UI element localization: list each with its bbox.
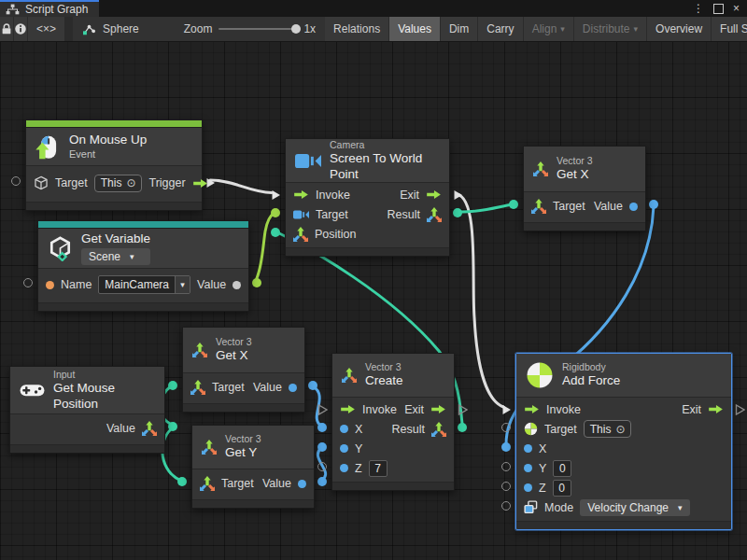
port-gray[interactable] (233, 281, 241, 289)
node-rows: TargetValue (183, 373, 304, 399)
node-add-force[interactable]: RigidbodyAdd ForceInvokeExitTargetThis⊙X… (515, 353, 732, 530)
external-port-dot-connected[interactable] (252, 278, 261, 287)
dropdown-scope[interactable]: Scene▾ (81, 248, 150, 265)
external-port-tri-unconnected[interactable] (458, 402, 468, 419)
port-orange[interactable] (46, 281, 54, 289)
zoom-slider[interactable] (218, 28, 297, 30)
external-port-dot-connected[interactable] (509, 200, 518, 209)
toolbar-button-label: Relations (333, 22, 380, 35)
lock-button[interactable] (0, 17, 13, 41)
port-blue[interactable] (340, 444, 348, 453)
external-port-dot-unconnected[interactable] (317, 462, 327, 471)
external-port-dot-unconnected[interactable] (501, 423, 511, 432)
external-port-dot-connected[interactable] (453, 208, 462, 217)
external-port-dot-connected[interactable] (458, 423, 467, 432)
node-header[interactable]: CameraScreen To World Point (286, 139, 449, 183)
toolbar-button-dim[interactable]: Dim (441, 17, 477, 41)
tab-script-graph[interactable]: Script Graph (0, 0, 99, 17)
camera-sm-icon (293, 209, 309, 220)
code-preview-button[interactable]: <×> (28, 17, 64, 41)
external-port-dot-unconnected[interactable] (501, 482, 511, 491)
node-get-variable[interactable]: Get VariableScene▾NameMainCamera▾Value (37, 220, 249, 312)
toolbar-button-relations[interactable]: Relations (325, 17, 388, 41)
external-port-tri-unconnected[interactable] (735, 402, 745, 419)
external-port-tri-connected[interactable] (453, 188, 463, 204)
external-port-tri-connected[interactable] (271, 188, 281, 204)
node-header[interactable]: InputGet Mouse Position (10, 367, 164, 414)
dropdown-velocity-change[interactable]: Velocity Change▾ (580, 499, 689, 516)
node-create[interactable]: Vector 3CreateInvokeExitXResultYZ7 (331, 353, 455, 491)
node-title: Get Y (225, 445, 261, 461)
node-header[interactable]: Vector 3Create (332, 354, 454, 398)
port-blue[interactable] (524, 444, 532, 453)
toolbar-button-overview[interactable]: Overview (647, 17, 711, 41)
port-blue[interactable] (340, 464, 348, 472)
wire-exit-to-invoke[interactable] (457, 194, 503, 407)
external-port-dot-connected[interactable] (317, 477, 327, 486)
node-header[interactable]: RigidbodyAdd Force (516, 354, 731, 398)
external-port-dot-connected[interactable] (177, 477, 187, 486)
node-header[interactable]: Vector 3Get X (183, 328, 304, 373)
object-field[interactable]: This⊙ (94, 175, 143, 192)
external-port-dot-unconnected[interactable] (501, 462, 511, 471)
value-input[interactable]: 0 (553, 460, 571, 477)
node-header[interactable]: Vector 3Get Y (192, 426, 314, 469)
external-port-tri-unconnected[interactable] (317, 402, 328, 419)
node-get-x-mid[interactable]: Vector 3Get XTargetValue (182, 327, 305, 413)
object-field[interactable]: This⊙ (584, 420, 632, 438)
chevron-down-icon[interactable]: ▾ (175, 276, 190, 293)
node-header[interactable]: Vector 3Get X (524, 147, 645, 192)
target-picker-icon[interactable]: ⊙ (126, 176, 135, 189)
external-port-dot-unconnected[interactable] (501, 501, 511, 511)
external-port-dot-connected[interactable] (308, 381, 317, 390)
external-port-dot-unconnected[interactable] (11, 176, 21, 186)
value-input[interactable]: 0 (553, 480, 571, 497)
external-port-dot-connected[interactable] (271, 208, 280, 217)
node-title: Add Force (562, 373, 620, 389)
port-blue[interactable] (524, 464, 532, 472)
external-port-dot-connected[interactable] (501, 442, 511, 452)
node-get-x-top[interactable]: Vector 3Get XTargetValue (523, 146, 646, 231)
toolbar-button-distribute[interactable]: Distribute▾ (574, 17, 646, 41)
node-header[interactable]: On Mouse UpEvent (26, 128, 202, 166)
external-port-dot-connected[interactable] (271, 228, 280, 237)
toolbar-button-values[interactable]: Values (389, 17, 440, 41)
external-port-dot-connected[interactable] (317, 442, 327, 452)
external-port-dot-connected[interactable] (168, 381, 177, 390)
port-blue[interactable] (524, 483, 532, 492)
external-port-dot-connected[interactable] (317, 423, 327, 432)
toolbar-button-label: Overview (655, 22, 702, 35)
zoom-label: Zoom (184, 22, 213, 35)
node-row: X (516, 439, 731, 458)
toolbar-button-full-screen[interactable]: Full Screen (712, 17, 747, 41)
node-get-y[interactable]: Vector 3Get YTargetValue (191, 425, 315, 509)
info-button[interactable] (14, 17, 27, 41)
unity-visual-scripting-window: { "window": { "tab_title": "Script Graph… (0, 0, 747, 560)
external-port-dot-connected[interactable] (649, 200, 658, 209)
maximize-icon[interactable] (713, 4, 724, 14)
zoom-slider-handle[interactable] (291, 24, 301, 34)
value-input[interactable]: 7 (369, 460, 388, 477)
external-port-dot-connected[interactable] (168, 422, 177, 431)
wire-variable-to-target[interactable] (257, 213, 275, 278)
v3-icon (293, 227, 308, 242)
external-port-tri-connected[interactable] (501, 402, 512, 419)
dropdown-maincamera[interactable]: MainCamera▾ (98, 275, 190, 294)
target-picker-icon[interactable]: ⊙ (615, 423, 625, 436)
node-header[interactable]: Get VariableScene▾ (38, 229, 248, 269)
port-blue[interactable] (340, 425, 348, 433)
port-blue[interactable] (629, 203, 638, 211)
graph-canvas[interactable]: On Mouse UpEventTargetThis⊙TriggerGet Va… (0, 41, 747, 560)
window-menu-icon[interactable]: ⋮ (693, 2, 704, 15)
wire-trigger-to-invoke[interactable] (210, 180, 272, 193)
external-port-dot-unconnected[interactable] (23, 278, 33, 287)
port-blue[interactable] (289, 384, 297, 392)
node-screen-to-world-point[interactable]: CameraScreen To World PointInvokeExitTar… (285, 138, 450, 257)
toolbar-button-align[interactable]: Align▾ (524, 17, 573, 41)
field-value: This (590, 423, 612, 436)
node-get-mouse-position[interactable]: InputGet Mouse PositionValue (9, 366, 165, 454)
port-blue[interactable] (298, 480, 306, 488)
node-on-mouse-up[interactable]: On Mouse UpEventTargetThis⊙Trigger (25, 119, 203, 211)
close-icon[interactable]: × (733, 2, 740, 15)
toolbar-button-carry[interactable]: Carry (478, 17, 522, 41)
